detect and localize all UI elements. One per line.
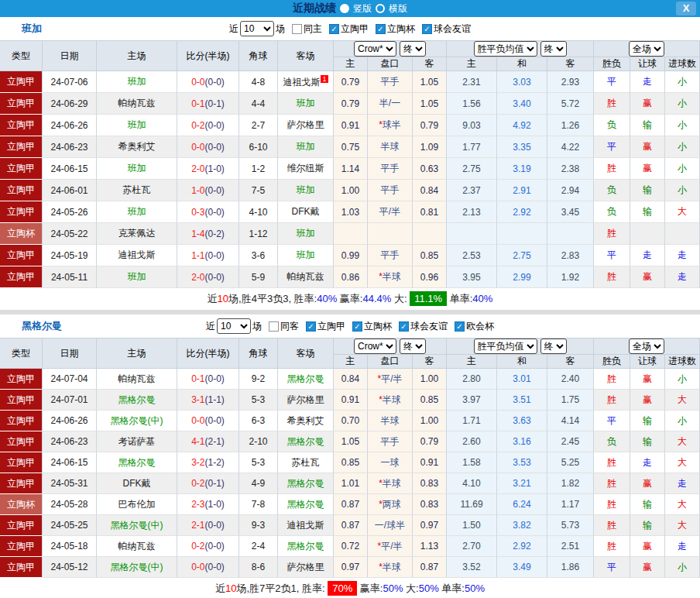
avg-away-cell: 1.75 [547, 390, 594, 411]
handicap-result-cell [630, 223, 665, 245]
handicap-result-cell: 走 [630, 452, 665, 473]
handicap-result-cell: 输 [630, 515, 665, 536]
home-team-cell: 班加 [97, 71, 177, 93]
result-cell: 平 [594, 245, 630, 266]
summary-segment: 赢率: [357, 583, 383, 594]
avg-draw-cell: 3.16 [497, 431, 547, 452]
goals-cell: 小 [665, 369, 700, 390]
bookmaker-select[interactable]: Crow* [354, 339, 396, 354]
scope-select[interactable]: 全场 [629, 41, 664, 57]
home-team-cell: 黑格尔曼(中) [97, 411, 177, 431]
result-cell: 平 [594, 136, 630, 158]
home-team-cell: 黑格尔曼(中) [97, 557, 177, 578]
handicap-result-cell: 走 [630, 71, 665, 93]
same-venue-checkbox[interactable] [269, 321, 279, 332]
home-team-cell: 希奥利艾 [97, 136, 177, 158]
result-cell: 胜 [594, 536, 630, 557]
match-row: 立陶甲24-05-25黑格尔曼(中)2-1(0-0)9-3迪祖戈斯0.87一/球… [0, 515, 700, 536]
league-checkbox[interactable]: ✓ [352, 321, 362, 332]
score-cell: 1-1(0-0) [177, 245, 239, 266]
handicap-result-cell: 赢 [630, 136, 665, 158]
handicap-cell: 半球 [368, 411, 413, 431]
league-cell: 立陶甲 [0, 93, 43, 115]
score-cell: 0-0(0-0) [177, 411, 239, 431]
home-odds-cell: 0.91 [334, 390, 368, 411]
bookmaker-select[interactable]: Crow* [354, 41, 396, 57]
home-odds-cell: 0.84 [334, 369, 368, 390]
vertical-layout-radio[interactable] [340, 4, 349, 13]
summary-segment: 50% [383, 583, 403, 594]
league-cell: 立陶甲 [0, 158, 43, 180]
odds-stage-select[interactable]: 终 [400, 41, 426, 57]
corner-cell: 9-3 [239, 515, 278, 536]
summary-segment: 大: [403, 583, 418, 594]
away-odds-cell: 0.96 [413, 266, 447, 288]
summary-segment: 场,胜4平3负3, 胜率: [228, 293, 317, 304]
horizontal-layout-radio[interactable] [376, 4, 385, 13]
home-team-cell: 帕纳瓦兹 [97, 369, 177, 390]
away-odds-cell: 0.85 [413, 390, 447, 411]
same-venue-label: 同客 [280, 320, 299, 333]
handicap-result-cell: 输 [630, 201, 665, 223]
avg-stage-select[interactable]: 终 [540, 339, 567, 354]
results-table: 类型 日期 主场 比分(半场) 角球 客场 Crow*终 胜平负均值终 全场 [0, 40, 700, 288]
league-checkbox[interactable]: ✓ [329, 24, 339, 34]
result-cell: 胜 [594, 473, 630, 494]
col-header-score: 比分(半场) [177, 40, 239, 71]
score-cell: 0-1(0-0) [177, 369, 239, 390]
same-venue-checkbox[interactable] [292, 24, 302, 34]
league-cell: 立陶甲 [0, 266, 43, 288]
match-count-select[interactable]: 10 [217, 318, 251, 334]
goals-cell: 走 [665, 266, 700, 288]
handicap-cell: *平/半 [368, 369, 413, 390]
score-cell: 1-4(0-2) [177, 223, 239, 245]
avg-stage-select[interactable]: 终 [540, 41, 567, 57]
handicap-cell: *半球 [368, 473, 413, 494]
home-odds-cell: 1.05 [334, 431, 368, 452]
result-cell: 平 [594, 557, 630, 578]
away-team-cell: 黑格尔曼 [278, 494, 334, 515]
games-label: 场 [252, 320, 262, 333]
summary-segment: 40% [472, 293, 492, 304]
away-odds-cell [413, 223, 447, 245]
league-checkbox[interactable]: ✓ [422, 24, 432, 34]
summary-segment: 44.4% [362, 293, 391, 304]
home-team-cell: 黑格尔曼(中) [97, 515, 177, 536]
away-team-cell: 迪祖戈斯 [278, 515, 334, 536]
league-checkbox[interactable]: ✓ [306, 321, 316, 332]
avg-type-select[interactable]: 胜平负均值 [474, 339, 537, 354]
avg-away-cell: 2.40 [547, 369, 594, 390]
scope-select[interactable]: 全场 [629, 339, 664, 354]
corner-cell: 4-9 [239, 473, 278, 494]
goals-cell: 走 [665, 536, 700, 557]
avg-home-cell: 11.69 [447, 494, 497, 515]
summary-segment: 70% [328, 581, 357, 596]
result-cell: 胜 [594, 266, 630, 288]
red-card-badge: 1 [321, 75, 328, 83]
avg-group-header: 胜平负均值终 [447, 338, 594, 355]
match-count-select[interactable]: 10 [240, 21, 274, 36]
league-checkbox[interactable]: ✓ [455, 321, 465, 332]
away-odds-cell: 0.79 [413, 431, 447, 452]
match-row: 立陶甲24-05-11班加2-0(0-0)5-9帕纳瓦兹0.86*半球0.963… [0, 266, 700, 288]
handicap-result-cell: 赢 [630, 93, 665, 115]
result-cell: 胜 [594, 223, 630, 245]
odds-stage-select[interactable]: 终 [400, 339, 426, 354]
handicap-cell: *半球 [368, 557, 413, 578]
close-icon[interactable]: X [676, 2, 696, 15]
away-odds-cell: 0.81 [413, 201, 447, 223]
result-cell: 平 [594, 411, 630, 431]
match-row: 立陶甲24-06-15班加2-0(1-0)1-2维尔纽斯1.14平手0.632.… [0, 158, 700, 180]
home-team-cell: 克莱佩达 [97, 223, 177, 245]
league-checkbox[interactable]: ✓ [376, 24, 386, 34]
home-team-cell: 班加 [97, 266, 177, 288]
avg-type-select[interactable]: 胜平负均值 [474, 41, 537, 57]
score-cell: 1-0(0-0) [177, 180, 239, 201]
league-checkbox[interactable]: ✓ [399, 321, 409, 332]
date-cell: 24-06-23 [43, 431, 97, 452]
sub-header-avg-away: 客 [547, 355, 594, 369]
date-cell: 24-06-01 [43, 180, 97, 201]
date-cell: 24-05-22 [43, 223, 97, 245]
league-cell: 立陶甲 [0, 245, 43, 266]
away-team-cell: 迪祖戈斯1 [278, 71, 334, 93]
